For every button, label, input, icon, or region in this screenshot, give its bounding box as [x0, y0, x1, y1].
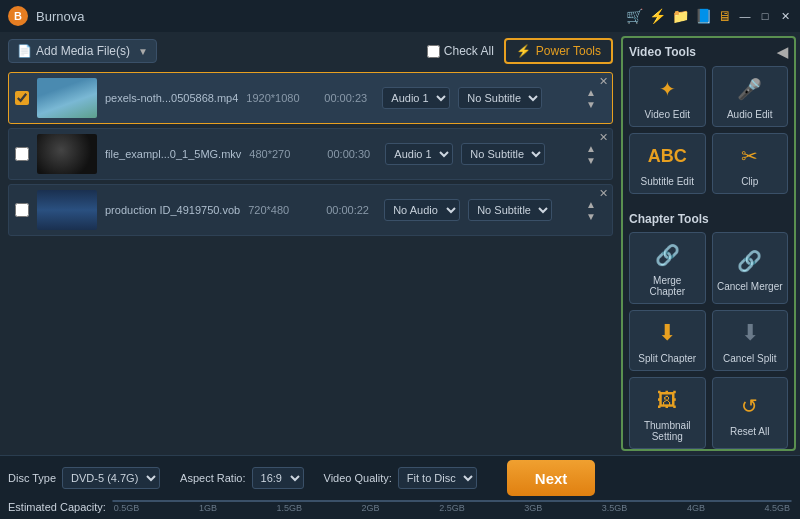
tick-2.5gb: 2.5GB — [439, 503, 465, 513]
file-name: file_exampl...0_1_5MG.mkv — [105, 148, 241, 160]
facebook-icon[interactable]: 📘 — [695, 8, 712, 24]
sort-arrows[interactable]: ▲▼ — [586, 199, 596, 222]
aspect-ratio-field: Aspect Ratio: 16:9 — [180, 467, 303, 489]
bottom-bar-top: Disc Type DVD-5 (4.7G) Aspect Ratio: 16:… — [8, 460, 792, 496]
bottom-bar: Disc Type DVD-5 (4.7G) Aspect Ratio: 16:… — [0, 455, 800, 519]
subtitle-edit-button[interactable]: ABC Subtitle Edit — [629, 133, 706, 194]
reset-all-icon: ↺ — [734, 390, 766, 422]
close-icon[interactable]: ✕ — [599, 131, 608, 144]
subtitle-edit-icon: ABC — [651, 140, 683, 172]
file-duration: 00:00:23 — [324, 92, 374, 104]
tick-2gb: 2GB — [362, 503, 380, 513]
file-checkbox[interactable] — [15, 203, 29, 217]
merge-chapter-label: Merge Chapter — [634, 275, 701, 297]
disc-type-field: Disc Type DVD-5 (4.7G) — [8, 467, 160, 489]
cancel-merger-icon: 🔗 — [734, 245, 766, 277]
sort-arrows[interactable]: ▲▼ — [586, 87, 596, 110]
video-quality-field: Video Quality: Fit to Disc — [324, 467, 477, 489]
file-resolution: 720*480 — [248, 204, 318, 216]
file-thumbnail — [37, 78, 97, 118]
right-panel: Video Tools ◀ ✦ Video Edit 🎤 Audio Edit … — [621, 36, 796, 451]
tick-4gb: 4GB — [687, 503, 705, 513]
merge-chapter-button[interactable]: 🔗 Merge Chapter — [629, 232, 706, 304]
subtitle-select[interactable]: No Subtitle — [468, 199, 552, 221]
check-all-checkbox[interactable] — [427, 45, 440, 58]
title-bar: B Burnova 🛒 ⚡ 📁 📘 🖥 — □ ✕ — [0, 0, 800, 32]
video-quality-label: Video Quality: — [324, 472, 392, 484]
next-button[interactable]: Next — [507, 460, 596, 496]
power-tools-button[interactable]: ⚡ Power Tools — [504, 38, 613, 64]
audio-edit-button[interactable]: 🎤 Audio Edit — [712, 66, 789, 127]
thumbnail-setting-button[interactable]: 🖼 Thumbnail Setting — [629, 377, 706, 449]
file-checkbox[interactable] — [15, 147, 29, 161]
tick-3.5gb: 3.5GB — [602, 503, 628, 513]
audio-select[interactable]: Audio 1 — [382, 87, 450, 109]
bottom-bar-bottom: Estimated Capacity: 0.5GB 1GB 1.5GB 2GB … — [8, 500, 792, 513]
panel-collapse-button[interactable]: ◀ — [777, 44, 788, 60]
maximize-button[interactable]: □ — [758, 9, 772, 23]
aspect-ratio-select[interactable]: 16:9 — [252, 467, 304, 489]
content-area: 📄 Add Media File(s) ▼ Check All ⚡ Power … — [0, 32, 621, 455]
cancel-merger-label: Cancel Merger — [717, 281, 783, 292]
file-checkbox[interactable] — [15, 91, 29, 105]
clip-button[interactable]: ✂ Clip — [712, 133, 789, 194]
thumb-landscape — [37, 78, 97, 118]
cart-icon[interactable]: 🛒 — [626, 8, 643, 24]
cancel-merger-button[interactable]: 🔗 Cancel Merger — [712, 232, 789, 304]
file-resolution: 480*270 — [249, 148, 319, 160]
flash-icon[interactable]: ⚡ — [649, 8, 666, 24]
subtitle-select[interactable]: No Subtitle — [458, 87, 542, 109]
table-row: ✕ ▲▼ file_exampl...0_1_5MG.mkv 480*270 0… — [8, 128, 613, 180]
capacity-bar — [112, 500, 792, 502]
add-media-button[interactable]: 📄 Add Media File(s) ▼ — [8, 39, 157, 63]
file-name: production ID_4919750.vob — [105, 204, 240, 216]
power-tools-icon: ⚡ — [516, 44, 531, 58]
file-list: ✕ ▲▼ pexels-noth...0505868.mp4 1920*1080… — [8, 72, 613, 449]
minimize-button[interactable]: — — [738, 9, 752, 23]
split-chapter-button[interactable]: ⬇ Split Chapter — [629, 310, 706, 371]
thumb-dark — [37, 134, 97, 174]
add-media-dropdown-arrow: ▼ — [138, 46, 148, 57]
tick-0.5gb: 0.5GB — [114, 503, 140, 513]
folder-icon[interactable]: 📁 — [672, 8, 689, 24]
audio-select[interactable]: Audio 1 — [385, 143, 453, 165]
tick-3gb: 3GB — [524, 503, 542, 513]
thumbnail-setting-label: Thumbnail Setting — [634, 420, 701, 442]
toolbar: 📄 Add Media File(s) ▼ Check All ⚡ Power … — [8, 38, 613, 64]
monitor-icon[interactable]: 🖥 — [718, 8, 732, 24]
reset-all-button[interactable]: ↺ Reset All — [712, 377, 789, 449]
file-info: file_exampl...0_1_5MG.mkv 480*270 00:00:… — [105, 143, 606, 165]
file-info: production ID_4919750.vob 720*480 00:00:… — [105, 199, 606, 221]
split-chapter-label: Split Chapter — [638, 353, 696, 364]
cancel-split-button[interactable]: ⬇ Cancel Split — [712, 310, 789, 371]
close-icon[interactable]: ✕ — [599, 75, 608, 88]
table-row: ✕ ▲▼ pexels-noth...0505868.mp4 1920*1080… — [8, 72, 613, 124]
tick-1.5gb: 1.5GB — [276, 503, 302, 513]
file-resolution: 1920*1080 — [246, 92, 316, 104]
video-quality-select[interactable]: Fit to Disc — [398, 467, 477, 489]
add-media-label: Add Media File(s) — [36, 44, 130, 58]
video-edit-button[interactable]: ✦ Video Edit — [629, 66, 706, 127]
audio-select[interactable]: No Audio — [384, 199, 460, 221]
cancel-split-label: Cancel Split — [723, 353, 776, 364]
thumbnail-setting-icon: 🖼 — [651, 384, 683, 416]
thumb-city — [37, 190, 97, 230]
file-thumbnail — [37, 190, 97, 230]
close-button[interactable]: ✕ — [778, 9, 792, 23]
aspect-ratio-label: Aspect Ratio: — [180, 472, 245, 484]
disc-type-select[interactable]: DVD-5 (4.7G) — [62, 467, 160, 489]
close-icon[interactable]: ✕ — [599, 187, 608, 200]
main-container: 📄 Add Media File(s) ▼ Check All ⚡ Power … — [0, 32, 800, 455]
video-tools-title: Video Tools ◀ — [629, 44, 788, 60]
audio-edit-label: Audio Edit — [727, 109, 773, 120]
reset-all-label: Reset All — [730, 426, 769, 437]
app-title: Burnova — [36, 9, 618, 24]
sort-arrows[interactable]: ▲▼ — [586, 143, 596, 166]
app-logo: B — [8, 6, 28, 26]
check-all-label[interactable]: Check All — [427, 44, 494, 58]
cancel-split-icon: ⬇ — [734, 317, 766, 349]
subtitle-select[interactable]: No Subtitle — [461, 143, 545, 165]
capacity-area: 0.5GB 1GB 1.5GB 2GB 2.5GB 3GB 3.5GB 4GB … — [112, 500, 792, 513]
subtitle-edit-label: Subtitle Edit — [641, 176, 694, 187]
disc-type-label: Disc Type — [8, 472, 56, 484]
